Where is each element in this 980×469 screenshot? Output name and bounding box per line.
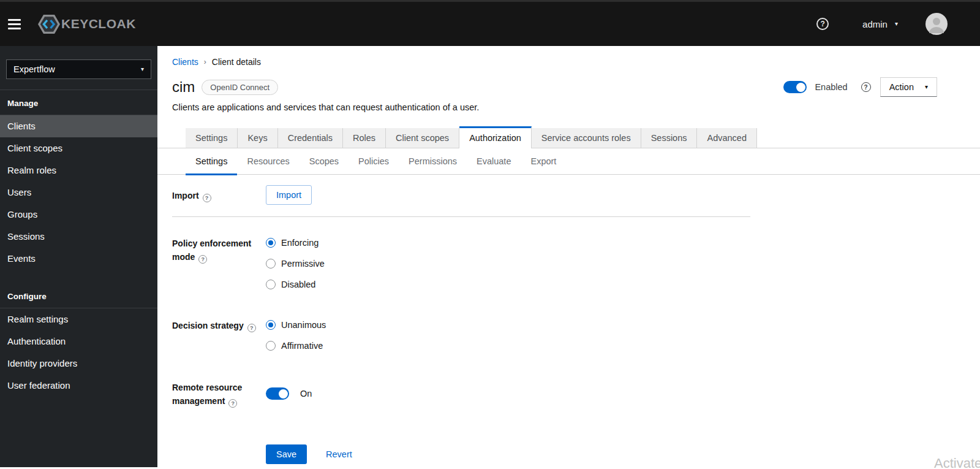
sidebar-divider	[0, 90, 157, 90]
policy-enforcement-row: Policy enforcement mode? Enforcing Permi…	[172, 233, 980, 289]
decision-strategy-label: Decision strategy?	[172, 315, 266, 351]
tab-service-accounts-roles[interactable]: Service accounts roles	[532, 128, 641, 148]
breadcrumb: Clients › Client details	[172, 57, 965, 67]
policy-enforcement-label: Policy enforcement mode?	[172, 233, 266, 289]
subtab-evaluate[interactable]: Evaluate	[467, 148, 521, 174]
sidebar-nav: Manage Clients Client scopes Realm roles…	[0, 99, 157, 397]
tab-settings[interactable]: Settings	[186, 128, 238, 148]
page-description: Clients are applications and services th…	[172, 102, 965, 112]
tab-authorization[interactable]: Authorization	[459, 126, 532, 148]
main-content: Clients › Client details cim OpenID Conn…	[157, 46, 980, 467]
chevron-down-icon: ▾	[141, 66, 144, 72]
remote-resource-toggle[interactable]	[266, 387, 289, 400]
policy-enforcement-help-icon[interactable]: ?	[198, 255, 207, 264]
subtab-settings[interactable]: Settings	[186, 148, 237, 175]
form-divider	[172, 216, 750, 217]
subtab-export[interactable]: Export	[521, 148, 566, 174]
subtab-resources[interactable]: Resources	[237, 148, 299, 174]
save-button[interactable]: Save	[266, 444, 307, 464]
radio-permissive[interactable]: Permissive	[266, 259, 325, 269]
sidebar: Expertflow ▾ Manage Clients Client scope…	[0, 46, 157, 467]
tab-roles[interactable]: Roles	[343, 128, 386, 148]
user-name: admin	[862, 19, 888, 29]
import-label: Import?	[172, 185, 266, 205]
user-menu[interactable]: admin ▾	[862, 19, 898, 29]
remote-resource-label: Remote resource management?	[172, 377, 266, 408]
radio-dot	[266, 341, 276, 351]
sidebar-item-users[interactable]: Users	[0, 181, 157, 204]
subtab-scopes[interactable]: Scopes	[300, 148, 349, 174]
subtab-permissions[interactable]: Permissions	[399, 148, 467, 174]
chevron-down-icon: ▾	[925, 84, 928, 90]
authorization-subtabs: Settings Resources Scopes Policies Permi…	[157, 148, 980, 175]
decision-strategy-help-icon[interactable]: ?	[247, 324, 256, 332]
chevron-down-icon: ▾	[895, 21, 898, 27]
brand-name: KEYCLOAK	[61, 17, 136, 31]
import-row: Import? Import	[172, 185, 980, 205]
avatar[interactable]	[925, 13, 948, 35]
page-title: cim	[172, 78, 195, 96]
tab-advanced[interactable]: Advanced	[697, 128, 757, 148]
nav-section-configure: Configure	[0, 292, 157, 308]
breadcrumb-separator-icon: ›	[204, 58, 206, 66]
breadcrumb-clients-link[interactable]: Clients	[172, 57, 198, 67]
sidebar-item-events[interactable]: Events	[0, 248, 157, 270]
radio-dot	[266, 280, 276, 289]
sidebar-item-realm-settings[interactable]: Realm settings	[0, 308, 157, 330]
radio-enforcing[interactable]: Enforcing	[266, 238, 325, 248]
authorization-settings-form: Import? Import Policy enforcement mode? …	[157, 175, 980, 464]
form-actions: Save Revert	[266, 444, 980, 464]
masthead-right: ? admin ▾	[816, 13, 948, 35]
decision-strategy-row: Decision strategy? Unanimous Affirmative	[172, 315, 980, 351]
help-icon[interactable]: ?	[816, 18, 829, 30]
enabled-label: Enabled	[815, 82, 847, 92]
keycloak-hexagon-icon	[38, 15, 60, 34]
tab-keys[interactable]: Keys	[238, 128, 277, 148]
client-tabs: Settings Keys Credentials Roles Client s…	[157, 128, 980, 148]
enabled-help-icon[interactable]: ?	[861, 82, 871, 92]
remote-resource-state: On	[300, 389, 312, 398]
import-help-icon[interactable]: ?	[203, 194, 211, 202]
import-button[interactable]: Import	[266, 185, 312, 205]
tab-credentials[interactable]: Credentials	[278, 128, 343, 148]
sidebar-item-client-scopes[interactable]: Client scopes	[0, 137, 157, 159]
subtab-policies[interactable]: Policies	[349, 148, 399, 174]
revert-button[interactable]: Revert	[326, 449, 352, 459]
sidebar-item-authentication[interactable]: Authentication	[0, 330, 157, 353]
breadcrumb-current: Client details	[212, 57, 261, 67]
radio-unanimous[interactable]: Unanimous	[266, 320, 326, 330]
realm-selector[interactable]: Expertflow ▾	[6, 59, 151, 79]
sidebar-item-user-federation[interactable]: User federation	[0, 375, 157, 397]
radio-dot	[266, 238, 276, 248]
remote-resource-row: Remote resource management? On	[172, 377, 980, 408]
sidebar-item-clients[interactable]: Clients	[0, 115, 157, 137]
hamburger-menu-icon[interactable]	[8, 19, 21, 29]
remote-resource-help-icon[interactable]: ?	[228, 399, 237, 408]
radio-dot	[266, 259, 276, 269]
sidebar-item-identity-providers[interactable]: Identity providers	[0, 353, 157, 375]
action-dropdown[interactable]: Action ▾	[880, 77, 937, 97]
radio-disabled[interactable]: Disabled	[266, 280, 325, 289]
enabled-toggle[interactable]	[783, 81, 807, 93]
keycloak-logo[interactable]: KEYCLOAK	[38, 15, 136, 34]
sidebar-item-groups[interactable]: Groups	[0, 204, 157, 226]
masthead: KEYCLOAK ? admin ▾	[0, 0, 980, 46]
sidebar-item-sessions[interactable]: Sessions	[0, 226, 157, 248]
protocol-badge: OpenID Connect	[202, 80, 278, 95]
nav-section-manage: Manage	[0, 99, 157, 115]
sidebar-item-realm-roles[interactable]: Realm roles	[0, 159, 157, 181]
radio-affirmative[interactable]: Affirmative	[266, 341, 326, 351]
radio-dot	[266, 320, 276, 330]
tab-sessions[interactable]: Sessions	[641, 128, 698, 148]
realm-name: Expertflow	[13, 64, 55, 74]
tab-client-scopes[interactable]: Client scopes	[386, 128, 459, 148]
